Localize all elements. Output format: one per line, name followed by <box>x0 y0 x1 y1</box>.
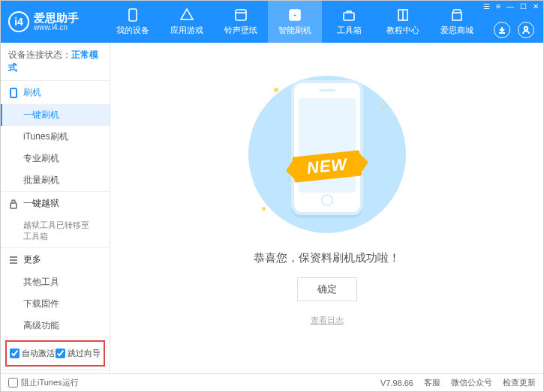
version-label: V7.98.66 <box>380 379 413 388</box>
user-button[interactable] <box>518 22 534 38</box>
sidebar-item-download[interactable]: 下载固件 <box>1 293 110 315</box>
book-icon <box>395 7 410 22</box>
window-controls: ☰ ≡ — ☐ ✕ <box>483 2 539 10</box>
nav-label: 智能刷机 <box>278 25 311 36</box>
status-bar: 阻止iTunes运行 V7.98.66 客服 微信公众号 检查更新 <box>1 373 543 391</box>
sidebar-cat-label: 一键越狱 <box>23 197 59 210</box>
minimize-icon[interactable]: — <box>506 2 514 10</box>
sidebar-item-oneclick[interactable]: 一键刷机 <box>1 104 110 126</box>
support-link[interactable]: 客服 <box>424 377 440 388</box>
wechat-link[interactable]: 微信公众号 <box>451 377 492 388</box>
main-content: NEW 恭喜您，保资料刷机成功啦！ 确定 查看日志 <box>110 43 543 373</box>
sidebar-item-advanced[interactable]: 高级功能 <box>1 315 110 337</box>
svg-point-8 <box>524 27 527 30</box>
body: 设备连接状态：正常模式 刷机 一键刷机 iTunes刷机 专业刷机 批量刷机 一… <box>1 43 543 373</box>
chk-skip-guide[interactable]: 跳过向导 <box>56 348 101 359</box>
lock-icon[interactable]: ≡ <box>496 2 500 10</box>
svg-rect-4 <box>344 13 354 20</box>
phone-icon <box>8 88 19 98</box>
sidebar-cat-jailbreak[interactable]: 一键越狱 <box>1 192 110 215</box>
status-label: 设备连接状态： <box>8 49 71 60</box>
chk-auto-activate[interactable]: 自动激活 <box>10 348 55 359</box>
success-illustration: NEW <box>248 76 406 233</box>
nav-tutorials[interactable]: 教程中心 <box>376 1 430 43</box>
chk-label: 自动激活 <box>22 348 55 359</box>
phone-icon <box>125 7 140 22</box>
app-name: 爱思助手 <box>34 12 79 23</box>
logo-icon: i4 <box>8 11 29 32</box>
activation-options: 自动激活 跳过向导 <box>5 340 105 367</box>
block-itunes-label: 阻止iTunes运行 <box>21 377 79 388</box>
sidebar-item-batch[interactable]: 批量刷机 <box>1 169 110 191</box>
sidebar-item-itunes[interactable]: iTunes刷机 <box>1 126 110 148</box>
nav-store[interactable]: 爱思商城 <box>430 1 484 43</box>
logo-area: i4 爱思助手 www.i4.cn <box>1 11 106 32</box>
lock-icon <box>8 199 19 209</box>
device-status: 设备连接状态：正常模式 <box>1 43 110 81</box>
sidebar-cat-flash[interactable]: 刷机 <box>1 81 110 104</box>
app-url: www.i4.cn <box>34 23 79 31</box>
title-bar: i4 爱思助手 www.i4.cn 我的设备 应用游戏 铃声壁纸 智能刷机 工具… <box>1 1 543 43</box>
menu-icon[interactable]: ☰ <box>483 2 490 10</box>
wallpaper-icon <box>233 7 248 22</box>
success-message: 恭喜您，保资料刷机成功啦！ <box>254 251 400 265</box>
sidebar: 设备连接状态：正常模式 刷机 一键刷机 iTunes刷机 专业刷机 批量刷机 一… <box>1 43 110 373</box>
svg-rect-0 <box>129 9 137 21</box>
sidebar-cat-label: 刷机 <box>23 86 41 99</box>
svg-rect-10 <box>11 203 17 208</box>
list-icon <box>8 254 19 265</box>
apps-icon <box>179 7 194 22</box>
phone-illustration <box>291 80 363 215</box>
nav-my-device[interactable]: 我的设备 <box>106 1 160 43</box>
nav-toolbox[interactable]: 工具箱 <box>322 1 376 43</box>
close-icon[interactable]: ✕ <box>533 2 539 10</box>
chk-auto-input[interactable] <box>10 349 20 358</box>
chk-block-itunes[interactable] <box>8 378 18 388</box>
store-icon <box>449 7 464 22</box>
toolbox-icon <box>341 7 356 22</box>
maximize-icon[interactable]: ☐ <box>520 2 527 10</box>
sidebar-jb-note: 越狱工具已转移至 工具箱 <box>1 215 110 247</box>
nav-label: 工具箱 <box>337 25 362 36</box>
nav-label: 教程中心 <box>386 25 419 36</box>
chk-label: 跳过向导 <box>68 348 101 359</box>
check-update-link[interactable]: 检查更新 <box>503 377 536 388</box>
nav-label: 铃声壁纸 <box>224 25 257 36</box>
download-button[interactable] <box>494 22 510 38</box>
sidebar-item-other[interactable]: 其他工具 <box>1 271 110 293</box>
flash-icon <box>287 7 302 22</box>
nav-label: 我的设备 <box>116 25 149 36</box>
nav-label: 爱思商城 <box>440 25 473 36</box>
nav-apps[interactable]: 应用游戏 <box>160 1 214 43</box>
chk-skip-input[interactable] <box>56 349 65 358</box>
svg-rect-1 <box>236 10 246 20</box>
app-window: { "header": { "app_name": "爱思助手", "url":… <box>0 0 544 392</box>
svg-rect-9 <box>11 88 17 97</box>
sidebar-cat-more[interactable]: 更多 <box>1 248 110 271</box>
main-nav: 我的设备 应用游戏 铃声壁纸 智能刷机 工具箱 教程中心 爱思商城 <box>106 1 484 43</box>
sidebar-item-pro[interactable]: 专业刷机 <box>1 148 110 169</box>
view-log-link[interactable]: 查看日志 <box>311 315 344 326</box>
nav-ringtones[interactable]: 铃声壁纸 <box>214 1 268 43</box>
ok-button[interactable]: 确定 <box>297 277 357 301</box>
nav-smart-flash[interactable]: 智能刷机 <box>268 1 322 43</box>
nav-label: 应用游戏 <box>170 25 203 36</box>
sidebar-cat-label: 更多 <box>23 253 41 266</box>
